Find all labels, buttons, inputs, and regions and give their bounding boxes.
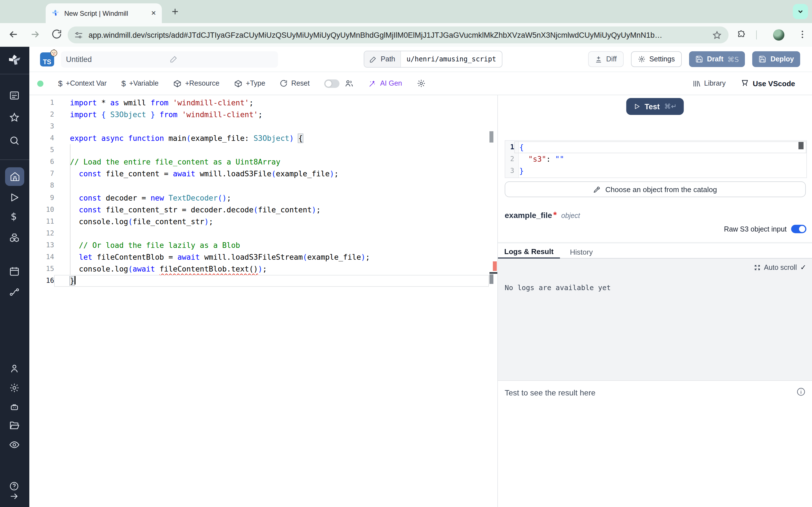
collapse-sidebar-icon[interactable] (9, 491, 19, 501)
sidebar-item-workers[interactable] (9, 402, 20, 412)
sidebar-item-runs[interactable] (9, 192, 20, 203)
site-info-icon[interactable] (74, 31, 83, 39)
sidebar-item-flows[interactable] (9, 287, 20, 297)
line-content[interactable]: // Load the entire file_content as a Uin… (54, 156, 489, 168)
line-content[interactable]: // Or load the file lazily as a Blob (54, 239, 489, 251)
code-line[interactable]: 2 "s3": "" (505, 153, 806, 165)
code-line[interactable]: 9 const decoder = new TextDecoder(); (29, 192, 497, 204)
sidebar-item-user[interactable] (9, 363, 20, 374)
close-tab-icon[interactable]: ✕ (151, 10, 156, 17)
line-content[interactable] (54, 145, 489, 156)
reset-button[interactable]: Reset (280, 79, 310, 87)
line-content[interactable]: "s3": "" (514, 153, 806, 165)
windmill-logo-icon[interactable] (8, 54, 21, 67)
back-icon[interactable] (8, 29, 19, 40)
line-content[interactable]: } (514, 165, 806, 177)
json-arg-editor[interactable]: 1{2 "s3": ""3} (505, 140, 807, 178)
line-content[interactable]: export async function main(example_file:… (54, 132, 489, 144)
code-line[interactable]: 11 console.log(file_content_str); (29, 216, 497, 227)
code-line[interactable]: 10 const file_content_str = decoder.deco… (29, 204, 497, 216)
line-content[interactable] (54, 180, 489, 192)
editor-settings-gear-icon[interactable] (417, 79, 426, 88)
sidebar-item-folders[interactable] (9, 420, 20, 431)
line-content[interactable]: import { S3Object } from 'windmill-clien… (54, 109, 489, 121)
sidebar-item-help[interactable] (9, 481, 19, 491)
code-line[interactable]: 16} (29, 275, 497, 287)
autoscroll-control[interactable]: Auto scroll ✓ (754, 263, 806, 272)
sidebar-item-settings[interactable] (9, 383, 20, 393)
deploy-button[interactable]: Deploy (753, 51, 800, 67)
code-line[interactable]: 13 // Or load the file lazily as a Blob (29, 239, 497, 251)
test-button[interactable]: Test ⌘↵ (626, 98, 684, 115)
add-context-var-button[interactable]: $ +Context Var (58, 79, 107, 88)
json-scrollbar-thumb[interactable] (799, 142, 804, 149)
tab-history[interactable]: History (569, 245, 594, 259)
code-line[interactable]: 1{ (505, 142, 806, 153)
tab-search-button[interactable] (793, 4, 808, 19)
sidebar-item-schedules[interactable] (9, 266, 20, 277)
code-line[interactable]: 5 (29, 145, 497, 156)
sidebar-item-search[interactable] (9, 135, 20, 146)
library-button[interactable]: Library (692, 79, 725, 88)
code-line[interactable]: 14 let fileContentBlob = await wmill.loa… (29, 251, 497, 263)
code-line[interactable]: 3} (505, 165, 806, 177)
path-value[interactable]: u/henri/amusing_script (401, 55, 502, 63)
sidebar-item-variables[interactable]: $ (11, 211, 17, 222)
code-line[interactable]: 8 (29, 180, 497, 192)
edit-pencil-icon[interactable] (169, 55, 273, 63)
profile-avatar[interactable] (773, 29, 784, 41)
add-type-button[interactable]: +Type (234, 79, 265, 88)
browser-tab[interactable]: New Script | Windmill ✕ (46, 3, 162, 23)
sidebar-item-apps[interactable] (9, 90, 20, 101)
draft-button[interactable]: Draft ⌘S (689, 51, 745, 67)
line-content[interactable] (54, 121, 489, 132)
line-content[interactable]: { (514, 142, 806, 153)
language-badge[interactable]: TS (40, 52, 54, 66)
code-line[interactable]: 4export async function main(example_file… (29, 132, 497, 144)
line-content[interactable]: let fileContentBlob = await wmill.loadS3… (54, 251, 489, 263)
sidebar-item-favorites[interactable] (9, 112, 20, 123)
line-content[interactable]: } (54, 275, 489, 287)
use-vscode-button[interactable]: Use VScode (741, 79, 795, 88)
code-line[interactable]: 6// Load the entire file_content as a Ui… (29, 156, 497, 168)
forward-icon[interactable] (29, 29, 41, 40)
ai-gen-button[interactable]: AI Gen (368, 79, 402, 88)
path-field[interactable]: Path u/henri/amusing_script (364, 51, 502, 68)
diff-button[interactable]: Diff (588, 51, 623, 67)
code-line[interactable]: 12 (29, 227, 497, 239)
code-line[interactable]: 3 (29, 121, 497, 132)
raw-s3-toggle[interactable] (791, 225, 806, 233)
line-content[interactable]: const file_content_str = decoder.decode(… (54, 204, 489, 216)
code-line[interactable]: 15 console.log(await fileContentBlob.tex… (29, 263, 497, 275)
add-resource-button[interactable]: +Resource (173, 79, 219, 88)
multiplayer-toggle[interactable] (324, 79, 340, 88)
url-text[interactable]: app.windmill.dev/scripts/add#JTdCJTIyaGF… (89, 31, 707, 39)
line-content[interactable]: const file_content = await wmill.loadS3F… (54, 168, 489, 180)
new-tab-button[interactable] (170, 7, 180, 16)
line-content[interactable]: import * as wmill from 'windmill-client'… (54, 97, 489, 109)
horizontal-splitter[interactable] (498, 242, 812, 243)
line-content[interactable] (54, 227, 489, 239)
reload-icon[interactable] (51, 29, 62, 40)
line-content[interactable]: console.log(await fileContentBlob.text()… (54, 263, 489, 275)
browser-menu-icon[interactable] (797, 29, 808, 40)
code-editor[interactable]: 1import * as wmill from 'windmill-client… (29, 95, 497, 507)
script-summary-input[interactable]: Untitled (61, 51, 278, 67)
bookmark-star-icon[interactable] (712, 30, 722, 40)
url-bar[interactable]: app.windmill.dev/scripts/add#JTdCJTIyaGF… (68, 26, 728, 43)
sidebar-item-resources[interactable] (9, 233, 20, 243)
code-line[interactable]: 1import * as wmill from 'windmill-client… (29, 97, 497, 109)
line-content[interactable]: console.log(file_content_str); (54, 216, 489, 227)
info-icon[interactable] (796, 387, 806, 397)
code-line[interactable]: 2import { S3Object } from 'windmill-clie… (29, 109, 497, 121)
sidebar-item-audit-logs[interactable] (9, 439, 20, 450)
tab-logs-result[interactable]: Logs & Result (498, 245, 560, 259)
code-line[interactable]: 7 const file_content = await wmill.loadS… (29, 168, 497, 180)
settings-button[interactable]: Settings (631, 51, 681, 67)
add-variable-button[interactable]: $ +Variable (121, 79, 158, 88)
sidebar-item-home[interactable] (5, 167, 24, 186)
line-content[interactable]: const decoder = new TextDecoder(); (54, 192, 489, 204)
expand-icon[interactable] (754, 264, 760, 271)
choose-object-button[interactable]: Choose an object from the catalog (505, 181, 806, 197)
extensions-icon[interactable] (737, 30, 747, 40)
